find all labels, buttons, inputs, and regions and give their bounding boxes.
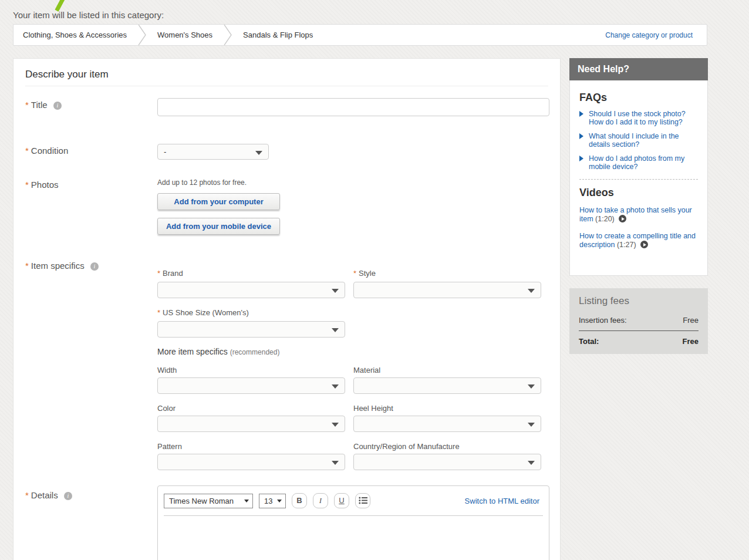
- condition-value: -: [164, 147, 166, 156]
- underline-button[interactable]: U: [334, 493, 349, 508]
- required-asterisk: *: [25, 490, 29, 500]
- font-size-select[interactable]: 13: [259, 494, 286, 508]
- dropdown-arrow-icon: [528, 289, 535, 293]
- condition-label: *Condition: [25, 146, 68, 156]
- required-asterisk: *: [25, 261, 29, 271]
- select-arrow-icon: [277, 500, 282, 502]
- add-from-mobile-button[interactable]: Add from your mobile device: [157, 218, 280, 235]
- shoe-size-dropdown[interactable]: [157, 321, 345, 338]
- details-label: *Details i: [25, 490, 72, 500]
- dashed-divider: [579, 179, 698, 180]
- details-editor[interactable]: Times New Roman 13 B I U Switch to HTML …: [157, 485, 549, 560]
- country-dropdown[interactable]: [353, 454, 541, 470]
- video-item[interactable]: How to create a compelling title and des…: [579, 232, 698, 249]
- title-input[interactable]: [157, 98, 549, 116]
- chevron-right-icon: [223, 25, 232, 45]
- triangle-bullet-icon: [579, 111, 583, 117]
- faq-link: What should I include in the details sec…: [589, 132, 698, 149]
- color-dropdown[interactable]: [157, 416, 345, 432]
- breadcrumb-item-sandals: Sandals & Flip Flops: [232, 31, 323, 39]
- dropdown-arrow-icon: [332, 384, 339, 389]
- heel-height-dropdown[interactable]: [353, 416, 541, 432]
- insertion-fees-value: Free: [683, 316, 699, 325]
- material-label: Material: [353, 366, 380, 375]
- dropdown-arrow-icon: [332, 328, 339, 332]
- sidebar: Need Help? FAQs Should I use the stock p…: [569, 58, 708, 354]
- total-fees-row: Total: Free: [579, 331, 699, 346]
- dropdown-arrow-icon: [528, 384, 535, 389]
- required-asterisk: *: [25, 180, 29, 190]
- condition-dropdown[interactable]: -: [157, 144, 269, 160]
- need-help-panel: Need Help? FAQs Should I use the stock p…: [569, 58, 708, 276]
- title-info-icon[interactable]: i: [53, 102, 62, 110]
- country-label: Country/Region of Manufacture: [353, 442, 460, 451]
- more-item-specifics-heading: More item specifics (recommended): [157, 347, 279, 356]
- recommended-note: (recommended): [230, 348, 280, 356]
- width-dropdown[interactable]: [157, 377, 345, 394]
- need-help-header: Need Help?: [569, 58, 708, 80]
- play-icon[interactable]: [619, 215, 626, 222]
- insertion-fees-label: Insertion fees:: [579, 316, 627, 325]
- insertion-fees-row: Insertion fees: Free: [579, 314, 699, 331]
- dropdown-arrow-icon: [332, 461, 339, 465]
- breadcrumb-item-clothing: Clothing, Shoes & Accessories: [14, 31, 137, 39]
- dropdown-arrow-icon: [528, 461, 535, 465]
- brand-label: *Brand: [157, 269, 183, 278]
- video-link: How to create a compelling title and des…: [579, 232, 696, 249]
- panel-title: Describe your item: [25, 69, 109, 80]
- faq-item[interactable]: Should I use the stock photo? How do I a…: [579, 110, 698, 126]
- play-icon[interactable]: [640, 241, 648, 248]
- breadcrumb: Clothing, Shoes & Accessories Women's Sh…: [13, 24, 707, 46]
- bullet-list-icon: [359, 497, 367, 504]
- dropdown-arrow-icon: [332, 423, 339, 427]
- video-item[interactable]: How to take a photo that sells your item…: [579, 206, 698, 224]
- faq-link: Should I use the stock photo? How do I a…: [589, 110, 698, 126]
- editor-toolbar: Times New Roman 13 B I U Switch to HTML …: [158, 486, 549, 515]
- divider: [25, 86, 548, 86]
- category-note: Your item will be listed in this categor…: [13, 10, 164, 20]
- style-dropdown[interactable]: [353, 282, 541, 298]
- select-arrow-icon: [244, 500, 249, 502]
- triangle-bullet-icon: [579, 133, 583, 139]
- color-label: Color: [157, 404, 176, 413]
- title-label: *Title i: [25, 100, 62, 110]
- dropdown-arrow-icon: [332, 289, 339, 293]
- dropdown-arrow-icon: [255, 151, 262, 155]
- details-text-area[interactable]: [158, 516, 549, 560]
- details-info-icon[interactable]: i: [64, 492, 72, 500]
- change-category-link[interactable]: Change category or product: [605, 31, 693, 39]
- total-value: Free: [683, 337, 699, 346]
- pattern-dropdown[interactable]: [157, 454, 345, 470]
- shoe-size-label: *US Shoe Size (Women's): [157, 308, 249, 317]
- describe-item-panel: Describe your item *Title i *Condition -…: [13, 58, 561, 560]
- item-specifics-label: *Item specifics i: [25, 261, 99, 271]
- italic-button[interactable]: I: [313, 493, 328, 508]
- faq-item[interactable]: How do I add photos from my mobile devic…: [579, 154, 698, 171]
- item-specifics-info-icon[interactable]: i: [90, 262, 99, 271]
- chevron-right-icon: [137, 25, 147, 45]
- heel-height-label: Heel Height: [353, 404, 393, 413]
- video-duration: (1:27): [617, 241, 636, 249]
- brand-dropdown[interactable]: [157, 282, 345, 298]
- required-asterisk: *: [25, 100, 29, 110]
- bullet-list-button[interactable]: [355, 493, 370, 508]
- total-label: Total:: [579, 337, 599, 346]
- pattern-label: Pattern: [157, 442, 182, 451]
- listing-fees-heading: Listing fees: [579, 295, 699, 307]
- triangle-bullet-icon: [579, 156, 583, 161]
- bold-button[interactable]: B: [292, 493, 307, 508]
- required-asterisk: *: [25, 146, 29, 156]
- breadcrumb-item-womens-shoes: Women's Shoes: [147, 31, 223, 39]
- switch-html-editor-link[interactable]: Switch to HTML editor: [465, 497, 539, 505]
- width-label: Width: [157, 366, 177, 375]
- faq-link: How do I add photos from my mobile devic…: [589, 154, 698, 171]
- add-from-computer-button[interactable]: Add from your computer: [157, 193, 280, 210]
- photos-label: *Photos: [25, 180, 59, 190]
- font-family-select[interactable]: Times New Roman: [164, 494, 253, 508]
- faq-item[interactable]: What should I include in the details sec…: [579, 132, 698, 149]
- material-dropdown[interactable]: [353, 377, 541, 394]
- listing-fees-panel: Listing fees Insertion fees: Free Total:…: [569, 288, 708, 354]
- dropdown-arrow-icon: [528, 423, 535, 427]
- photos-hint: Add up to 12 photos for free.: [157, 178, 247, 187]
- faqs-heading: FAQs: [579, 92, 698, 104]
